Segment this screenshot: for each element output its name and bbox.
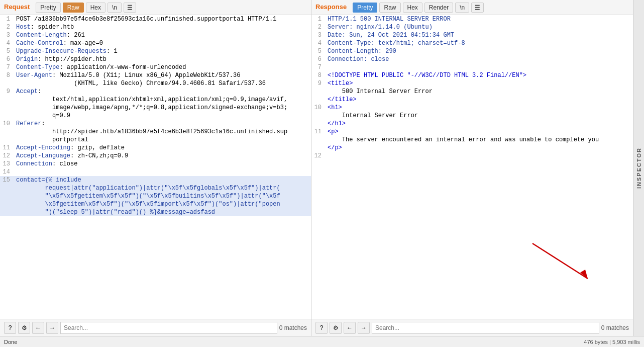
request-help-btn[interactable]: ?: [4, 322, 16, 334]
request-matches: 0 matches: [279, 324, 307, 331]
request-tab-newline[interactable]: \n: [108, 3, 122, 13]
svg-line-0: [532, 243, 588, 279]
response-back-btn[interactable]: ←: [344, 322, 356, 334]
request-line-4: 4 Cache-Control: max-age=0: [0, 39, 311, 47]
response-line-6: 6 Connection: close: [311, 55, 633, 63]
response-line-11b: The server encountered an internal error…: [311, 136, 633, 144]
response-tab-raw[interactable]: Raw: [379, 3, 400, 13]
request-line-2: 2 Host: spider.htb: [0, 23, 311, 31]
response-line-8: 8 <!DOCTYPE HTML PUBLIC "-//W3C//DTD HTM…: [311, 71, 633, 79]
response-tab-hex[interactable]: Hex: [403, 3, 422, 13]
request-search-input[interactable]: [60, 322, 277, 334]
inspector-sidebar[interactable]: INSPECTOR: [633, 0, 644, 336]
request-line-3: 3 Content-Length: 261: [0, 31, 311, 39]
response-tab-render[interactable]: Render: [424, 3, 453, 13]
response-line-2: 2 Server: nginx/1.14.0 (Ubuntu): [311, 23, 633, 31]
request-menu-btn[interactable]: ☰: [124, 3, 136, 13]
request-line-13: 13 Connection: close: [0, 160, 311, 168]
response-toolbar: ? ⚙ ← → 0 matches: [311, 319, 633, 336]
response-line-10b: Internal Server Error: [311, 112, 633, 120]
response-line-5: 5 Content-Length: 290: [311, 47, 633, 55]
request-forward-btn[interactable]: →: [46, 322, 58, 334]
response-header: Response Pretty Raw Hex Render \n ☰: [311, 0, 633, 15]
request-back-btn[interactable]: ←: [32, 322, 44, 334]
response-line-10c: </h1>: [311, 120, 633, 128]
request-line-12: 12 Accept-Language: zh-CN,zh;q=0.9: [0, 152, 311, 160]
response-line-9: 9 <title>: [311, 79, 633, 88]
status-info: 476 bytes | 5,903 millis: [584, 339, 640, 345]
response-line-9b: 500 Internal Server Error: [311, 88, 633, 96]
request-tab-pretty[interactable]: Pretty: [36, 3, 60, 13]
response-tab-pretty[interactable]: Pretty: [353, 3, 377, 13]
response-menu-btn[interactable]: ☰: [471, 3, 484, 13]
response-title: Response: [315, 2, 351, 13]
response-line-4: 4 Content-Type: text/html; charset=utf-8: [311, 39, 633, 47]
response-line-1: 1 HTTP/1.1 500 INTERNAL SERVER ERROR: [311, 15, 633, 23]
response-line-7: 7: [311, 63, 633, 71]
response-line-9c: </title>: [311, 96, 633, 104]
request-line-14: 14: [0, 168, 311, 176]
response-code-area: 1 HTTP/1.1 500 INTERNAL SERVER ERROR 2 S…: [311, 15, 633, 319]
response-panel: Response Pretty Raw Hex Render \n ☰ 1 HT…: [311, 0, 633, 336]
request-line-8: 8 User-Agent: Mozilla/5.0 (X11; Linux x8…: [0, 71, 311, 88]
request-panel: Request Pretty Raw Hex \n ☰ 1 POST /a183…: [0, 0, 311, 336]
response-search-input[interactable]: [372, 322, 599, 334]
response-matches: 0 matches: [601, 324, 629, 331]
request-settings-btn[interactable]: ⚙: [18, 322, 30, 334]
status-done: Done: [4, 339, 580, 345]
request-line-6: 6 Origin: http://spider.htb: [0, 55, 311, 63]
request-line-7: 7 Content-Type: application/x-www-form-u…: [0, 63, 311, 71]
request-line-15: 15 contact={% include request|attr("appl…: [0, 176, 311, 216]
response-line-12: 12: [311, 152, 633, 160]
red-arrow-annotation: [522, 238, 603, 289]
request-header: Request Pretty Raw Hex \n ☰: [0, 0, 311, 15]
response-line-3: 3 Date: Sun, 24 Oct 2021 04:51:34 GMT: [311, 31, 633, 39]
status-bar: Done 476 bytes | 5,903 millis: [0, 336, 644, 347]
request-line-1: 1 POST /a1836bb97e5f4ce6b3e8f25693c1a16c…: [0, 15, 311, 23]
response-line-11: 11 <p>: [311, 128, 633, 136]
request-tab-hex[interactable]: Hex: [86, 3, 105, 13]
request-line-9: 9 Accept: text/html,application/xhtml+xm…: [0, 88, 311, 120]
request-toolbar: ? ⚙ ← → 0 matches: [0, 319, 311, 336]
inspector-label: INSPECTOR: [636, 147, 642, 189]
request-line-11: 11 Accept-Encoding: gzip, deflate: [0, 144, 311, 152]
response-help-btn[interactable]: ?: [315, 322, 328, 334]
response-tab-newline[interactable]: \n: [455, 3, 469, 13]
response-settings-btn[interactable]: ⚙: [330, 322, 342, 334]
request-tab-raw[interactable]: Raw: [63, 3, 84, 13]
request-title: Request: [4, 2, 34, 13]
svg-marker-1: [580, 270, 588, 279]
response-line-10: 10 <h1>: [311, 104, 633, 112]
response-forward-btn[interactable]: →: [358, 322, 370, 334]
request-line-5: 5 Upgrade-Insecure-Requests: 1: [0, 47, 311, 55]
request-code-area: 1 POST /a1836bb97e5f4ce6b3e8f25693c1a16c…: [0, 15, 311, 319]
response-line-11c: </p>: [311, 144, 633, 152]
request-line-10: 10 Referer: http://spider.htb/a1836bb97e…: [0, 120, 311, 144]
